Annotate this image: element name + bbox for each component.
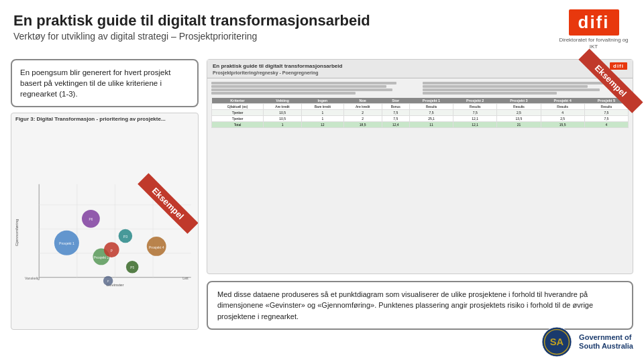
preview-difi-logo: difi <box>610 62 627 70</box>
gov-line2: South Australia <box>579 342 633 351</box>
preview-header: En praktisk guide til digitalt transform… <box>207 60 633 78</box>
footer: SA Government of South Australia <box>483 322 644 362</box>
figure-title: Figur 3: Digital Transformasjon - priori… <box>11 113 198 125</box>
svg-text:Prosjekt 2: Prosjekt 2 <box>93 255 109 259</box>
preview-subtitle: Prosjektprioritering/regnesky - Poengreg… <box>213 70 627 75</box>
main-title: En praktisk guide til digitalt transform… <box>13 12 370 29</box>
svg-text:Gjennomføring: Gjennomføring <box>14 219 19 246</box>
svg-text:Prosjekt 1: Prosjekt 1 <box>59 242 74 246</box>
preview-content: Kriterier Vekting Ingen Noe Stor Prosjek… <box>207 78 633 274</box>
mini-table: Kriterier Vekting Ingen Noe Stor Prosjek… <box>211 98 629 128</box>
svg-text:Vanskelig: Vanskelig <box>25 276 40 280</box>
difi-logo: difi Direktoratet for forvaltning og IKT <box>557 9 631 50</box>
svg-text:P: P <box>107 280 109 283</box>
svg-text:P5: P5 <box>130 267 134 270</box>
left-column: En poengsum blir generert for hvert pros… <box>11 59 199 330</box>
main-content: En poengsum blir generert for hvert pros… <box>0 54 644 335</box>
right-column: Eksempel En praktisk guide til digitalt … <box>207 59 633 330</box>
svg-text:P: P <box>111 249 113 253</box>
bubble-top-text: En poengsum blir generert for hvert pros… <box>20 68 170 98</box>
figure-box: Figur 3: Digital Transformasjon - priori… <box>11 113 199 330</box>
preview-title: En praktisk guide til digitalt transform… <box>213 63 342 69</box>
difi-logo-text: difi <box>569 9 619 36</box>
preview-box: Eksempel En praktisk guide til digitalt … <box>207 59 633 274</box>
gov-text: Government of South Australia <box>579 333 633 351</box>
svg-text:Lett: Lett <box>182 276 189 280</box>
bubble-bottom-text: Med disse dataene produseres så et punkt… <box>217 290 593 320</box>
svg-text:Prosjekt 4: Prosjekt 4 <box>149 245 164 249</box>
svg-text:P3: P3 <box>123 235 127 239</box>
bubble-top-left: En poengsum blir generert for hvert pros… <box>11 59 199 107</box>
figure-chart: Gjennomføring Gevinster Vanskelig Lett P… <box>11 125 198 330</box>
header-titles: En praktisk guide til digitalt transform… <box>13 12 370 42</box>
difi-subtext: Direktoratet for forvaltning og IKT <box>557 37 631 50</box>
gov-line1: Government of <box>579 333 631 342</box>
gov-logo-icon: SA <box>541 326 572 357</box>
page-header: En praktisk guide til digitalt transform… <box>0 0 644 54</box>
sub-title: Verktøy for utvikling av digital strateg… <box>13 31 370 42</box>
svg-text:SA: SA <box>550 337 564 347</box>
svg-text:P6: P6 <box>89 219 93 222</box>
